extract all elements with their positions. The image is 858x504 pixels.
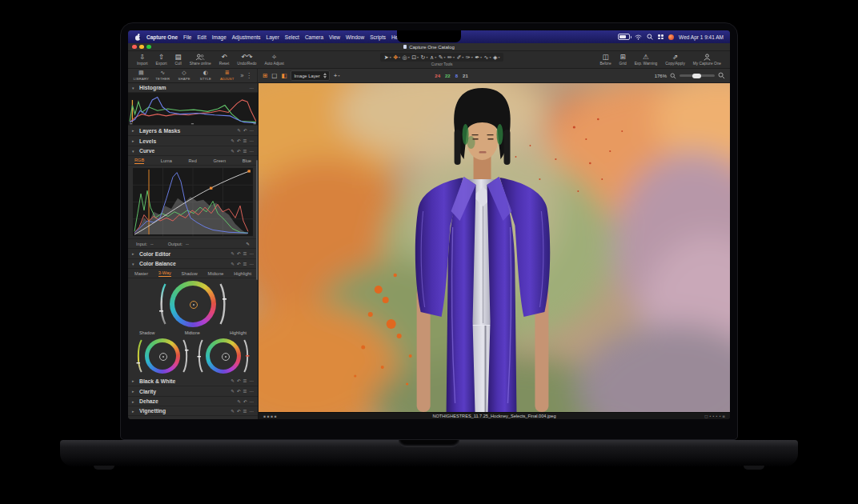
midtone-right-arc-slider[interactable]: [219, 282, 227, 326]
apple-logo-icon[interactable]: [134, 34, 141, 41]
presets-icon[interactable]: ☰: [243, 251, 247, 256]
menu-image[interactable]: Image: [212, 34, 227, 40]
tab-shape[interactable]: ◇ SHAPE: [174, 70, 194, 81]
edit-icon[interactable]: ✎: [231, 389, 235, 394]
before-after-button[interactable]: ◫ Before: [595, 51, 615, 68]
reset-icon[interactable]: ↶: [237, 409, 241, 414]
edit-icon[interactable]: ✎: [231, 409, 235, 414]
more-icon[interactable]: ⋯: [250, 262, 255, 266]
menu-clock[interactable]: Wed Apr 1 9:41 AM: [679, 34, 724, 40]
tab-overflow-icon[interactable]: ⋮: [246, 72, 252, 79]
vignetting-header[interactable]: ▸ Vignetting ✎ ↶ ☰ ⋯: [128, 406, 258, 416]
reset-button[interactable]: ↶ Reset: [215, 51, 234, 68]
dehaze-header[interactable]: ▸ Dehaze ✎ ↶ ⋯: [128, 397, 258, 406]
grid-button[interactable]: ⊞ Grid: [615, 51, 631, 68]
edit-curve-icon[interactable]: ✎: [246, 242, 250, 246]
cb-tab-midtone[interactable]: Midtone: [208, 271, 224, 276]
heal-tool[interactable]: ✐▾: [456, 54, 463, 61]
curve-tab-red[interactable]: Red: [189, 158, 197, 163]
tab-library[interactable]: ▤ LIBRARY: [131, 70, 151, 81]
presets-icon[interactable]: ☰: [243, 409, 247, 414]
curve-tab-luma[interactable]: Luma: [161, 158, 172, 163]
menu-layer[interactable]: Layer: [267, 34, 279, 40]
highlight-color-wheel[interactable]: [206, 338, 241, 374]
color-balance-header[interactable]: ▾ Color Balance ✎ ↶ ☰ ⋯: [128, 259, 258, 269]
reset-icon[interactable]: ↶: [237, 262, 241, 266]
erase-mask-tool[interactable]: ✏▾: [447, 54, 455, 61]
edit-icon[interactable]: ✎: [231, 149, 235, 154]
color-picker-tool[interactable]: ◈▾: [493, 54, 499, 61]
layers-masks-header[interactable]: ▸ Layers & Masks ✎ ↶ ⋯: [128, 126, 258, 136]
shadow-right-arc-slider[interactable]: [182, 338, 189, 374]
edit-icon[interactable]: ✎: [231, 251, 235, 256]
user-avatar[interactable]: [668, 34, 674, 40]
cb-tab-master[interactable]: Master: [134, 271, 148, 276]
copy-apply-button[interactable]: ⇗ Copy/Apply: [661, 51, 689, 68]
battery-icon[interactable]: [618, 34, 630, 40]
menu-window[interactable]: Window: [346, 34, 364, 40]
edit-icon[interactable]: ✎: [231, 138, 235, 143]
cull-button[interactable]: ▤ Cull: [170, 51, 185, 68]
more-icon[interactable]: ⋯: [250, 389, 255, 394]
reset-icon[interactable]: ↶: [243, 128, 247, 133]
rotate-tool[interactable]: ↻▾: [421, 54, 428, 61]
zoom-slider[interactable]: [680, 74, 715, 77]
radial-mask-tool[interactable]: ∿▾: [484, 54, 491, 61]
tab-style[interactable]: ◐ STYLE: [195, 70, 215, 81]
loupe-tool[interactable]: ◎▾: [403, 54, 410, 61]
levels-header[interactable]: ▸ Levels ✎ ↶ ☰ ⋯: [128, 136, 258, 146]
add-layer-button[interactable]: + ▾: [334, 72, 340, 79]
undo-redo-button[interactable]: ↶↷ Undo/Redo: [233, 51, 260, 68]
exposure-warning-button[interactable]: ⚠ Exp. Warning: [631, 51, 662, 68]
zoom-slider-thumb[interactable]: [692, 74, 701, 78]
curve-header[interactable]: ▾ Curve ✎ ↶ ☰ ⋯: [128, 146, 258, 156]
reset-icon[interactable]: ↶: [237, 378, 241, 383]
footer-left-icons[interactable]: ▪ ▪ ▪ ▪: [263, 414, 277, 418]
control-center-icon[interactable]: [658, 34, 664, 39]
export-button[interactable]: ⇧ Export: [152, 51, 171, 68]
presets-icon[interactable]: ☰: [243, 138, 247, 143]
expand-tabs-icon[interactable]: »: [240, 72, 244, 79]
more-icon[interactable]: ⋯: [250, 86, 255, 90]
menu-camera[interactable]: Camera: [305, 34, 323, 40]
presets-icon[interactable]: ☰: [243, 262, 247, 266]
zoom-in-icon[interactable]: [718, 72, 725, 79]
share-online-button[interactable]: Share online: [186, 51, 215, 68]
panel-scrollbar[interactable]: [256, 160, 258, 280]
more-icon[interactable]: ⋯: [250, 409, 255, 414]
tab-tether[interactable]: ∿ TETHER: [153, 70, 173, 81]
curve-graph[interactable]: [128, 166, 258, 239]
layer-select[interactable]: Image Layer: [291, 70, 329, 81]
shadow-left-arc-slider[interactable]: [136, 338, 142, 374]
menu-app-name[interactable]: Capture One: [146, 34, 178, 40]
more-icon[interactable]: ⋯: [250, 378, 255, 383]
presets-icon[interactable]: ☰: [243, 149, 247, 154]
reset-icon[interactable]: ↶: [237, 149, 241, 154]
cb-tab-highlight[interactable]: Highlight: [234, 271, 251, 276]
menu-edit[interactable]: Edit: [198, 34, 206, 40]
single-view-icon[interactable]: □: [271, 72, 277, 79]
menu-scripts[interactable]: Scripts: [370, 34, 386, 40]
reset-icon[interactable]: ↶: [243, 399, 247, 404]
more-icon[interactable]: ⋯: [250, 149, 255, 154]
zoom-out-icon[interactable]: [670, 73, 676, 79]
black-white-header[interactable]: ▸ Black & White ✎ ↶ ☰ ⋯: [128, 376, 258, 386]
edit-icon[interactable]: ✎: [237, 128, 241, 133]
edit-icon[interactable]: ✎: [231, 378, 235, 383]
footer-right-icons[interactable]: □ • • • • ≣: [704, 414, 725, 418]
more-icon[interactable]: ⋯: [250, 251, 255, 256]
curve-tab-blue[interactable]: Blue: [243, 158, 251, 163]
draw-mask-tool[interactable]: ✎▾: [439, 54, 446, 61]
edit-icon[interactable]: ✎: [231, 262, 235, 266]
my-capture-one-button[interactable]: My Capture One: [689, 51, 725, 68]
midtone-left-arc-slider[interactable]: [158, 282, 166, 326]
gradient-mask-tool[interactable]: ✒▾: [475, 54, 482, 61]
pan-tool[interactable]: ✥▾: [393, 54, 400, 61]
menu-file[interactable]: File: [183, 34, 191, 40]
proof-view-icon[interactable]: ◧: [281, 72, 287, 79]
cb-tab-shadow[interactable]: Shadow: [182, 271, 198, 276]
curve-tab-rgb[interactable]: RGB: [134, 158, 144, 164]
select-tool[interactable]: ➤▾: [384, 54, 391, 61]
crop-tool[interactable]: ⊡▾: [411, 54, 419, 61]
more-icon[interactable]: ⋯: [250, 138, 255, 143]
